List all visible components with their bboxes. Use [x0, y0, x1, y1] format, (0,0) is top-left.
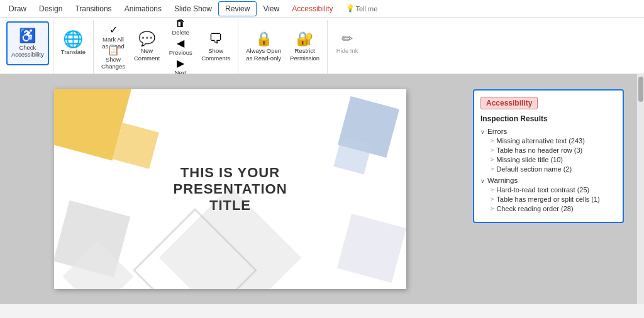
show-comments-label: ShowComments	[201, 47, 230, 62]
delete-icon: 🗑	[175, 18, 186, 29]
show-changes-label: ShowChanges	[101, 56, 125, 70]
nav-col: 🗑 Delete ◀ Previous ▶ Next	[165, 17, 196, 77]
errors-label: Errors	[487, 128, 507, 135]
new-comment-label: NewComment	[134, 47, 160, 62]
show-changes-icon: 📋	[107, 44, 119, 56]
show-comments-icon: 🗨	[209, 32, 223, 46]
slide-title-line2: TITLE	[142, 197, 318, 214]
restrict-permission-label: RestrictPermission	[290, 47, 319, 62]
slide-title-line1: THIS IS YOUR PRESENTATION	[142, 165, 318, 197]
ribbon: ♿ CheckAccessibility 🌐 Translate ✓ Mark …	[0, 18, 644, 74]
warning-merged-cells[interactable]: Table has merged or split cells (1)	[491, 194, 616, 204]
previous-button[interactable]: ◀ Previous	[165, 37, 196, 57]
warnings-label: Warnings	[487, 177, 518, 184]
ribbon-group-translate: 🌐 Translate	[53, 20, 94, 74]
ribbon-group-comments: ✓ Mark Allas Read 📋 ShowChanges 💬 NewCom…	[94, 20, 238, 74]
warnings-children: Hard-to-read text contrast (25) Table ha…	[480, 185, 616, 213]
translate-button[interactable]: 🌐 Translate	[57, 21, 89, 65]
slide[interactable]: THIS IS YOUR PRESENTATION TITLE	[54, 89, 406, 289]
menu-view[interactable]: View	[257, 2, 286, 16]
always-open-readonly-button[interactable]: 🔒 Always Openas Read-only	[242, 25, 285, 69]
ink-icon: ✏	[341, 32, 353, 46]
warnings-parent[interactable]: Warnings	[480, 176, 616, 185]
inspection-heading: Inspection Results	[480, 114, 616, 123]
menu-tellme[interactable]: 💡 Tell me	[340, 2, 384, 15]
accessibility-panel-container: Accessibility Inspection Results Errors …	[460, 74, 636, 304]
warnings-chevron	[480, 177, 485, 184]
delete-label: Delete	[172, 29, 189, 36]
scroll-thumb[interactable]	[638, 77, 643, 102]
ribbon-group-protect: 🔒 Always Openas Read-only 🔐 RestrictPerm…	[238, 20, 328, 74]
warning-hard-to-read[interactable]: Hard-to-read text contrast (25)	[491, 185, 616, 194]
errors-parent[interactable]: Errors	[480, 127, 616, 136]
error-missing-alt-text[interactable]: Missing alternative text (243)	[491, 136, 616, 145]
hide-ink-button[interactable]: ✏ Hide Ink	[331, 21, 363, 65]
next-icon: ▶	[177, 57, 184, 69]
check-accessibility-label: CheckAccessibility	[11, 44, 44, 58]
lock-open-icon: 🔒	[255, 32, 272, 46]
mark-show-col: ✓ Mark Allas Read 📋 ShowChanges	[97, 27, 129, 67]
lock-icon: 🔐	[296, 32, 313, 46]
always-open-label: Always Openas Read-only	[246, 47, 281, 62]
show-changes-button[interactable]: 📋 ShowChanges	[97, 47, 129, 67]
scrollbar[interactable]	[636, 74, 644, 304]
restrict-permission-button[interactable]: 🔐 RestrictPermission	[286, 25, 323, 69]
new-comment-icon: 💬	[138, 32, 155, 46]
accessibility-icon: ♿	[19, 29, 36, 43]
ribbon-group-check-accessibility: ♿ CheckAccessibility	[3, 20, 53, 74]
ribbon-group-ink: ✏ Hide Ink	[328, 20, 367, 74]
menu-accessibility[interactable]: Accessibility	[286, 2, 339, 16]
slide-panel: THIS IS YOUR PRESENTATION TITLE	[0, 74, 460, 304]
accessibility-panel: Accessibility Inspection Results Errors …	[473, 89, 624, 223]
menu-draw[interactable]: Draw	[3, 2, 33, 16]
lightbulb-icon: 💡	[346, 4, 355, 13]
errors-children: Missing alternative text (243) Table has…	[480, 136, 616, 173]
mark-read-icon: ✓	[109, 24, 118, 36]
error-missing-slide-title[interactable]: Missing slide title (10)	[491, 155, 616, 164]
error-default-section-name[interactable]: Default section name (2)	[491, 164, 616, 173]
gray-shape-bottom-right	[337, 214, 406, 283]
check-accessibility-button[interactable]: ♿ CheckAccessibility	[6, 21, 49, 65]
menu-design[interactable]: Design	[33, 2, 69, 16]
slide-title: THIS IS YOUR PRESENTATION TITLE	[142, 165, 318, 214]
menu-bar: Draw Design Transitions Animations Slide…	[0, 0, 644, 18]
translate-icon: 🌐	[63, 31, 83, 47]
previous-icon: ◀	[177, 37, 184, 49]
menu-review[interactable]: Review	[218, 1, 257, 16]
menu-slideshow[interactable]: Slide Show	[168, 2, 218, 16]
errors-chevron	[480, 128, 485, 135]
panel-title: Accessibility	[480, 97, 538, 109]
warnings-section: Warnings Hard-to-read text contrast (25)…	[480, 176, 616, 213]
menu-transitions[interactable]: Transitions	[69, 2, 118, 16]
delete-button[interactable]: 🗑 Delete	[165, 17, 196, 37]
warning-reading-order[interactable]: Check reading order (28)	[491, 204, 616, 213]
translate-label: Translate	[61, 48, 86, 55]
error-no-header-row[interactable]: Table has no header row (3)	[491, 145, 616, 155]
previous-label: Previous	[169, 49, 192, 56]
menu-animations[interactable]: Animations	[118, 2, 168, 16]
new-comment-button[interactable]: 💬 NewComment	[130, 25, 164, 69]
errors-section: Errors Missing alternative text (243) Ta…	[480, 127, 616, 173]
show-comments-button[interactable]: 🗨 ShowComments	[197, 25, 234, 69]
hide-ink-label: Hide Ink	[336, 47, 358, 54]
main-area: THIS IS YOUR PRESENTATION TITLE Accessib…	[0, 74, 644, 304]
